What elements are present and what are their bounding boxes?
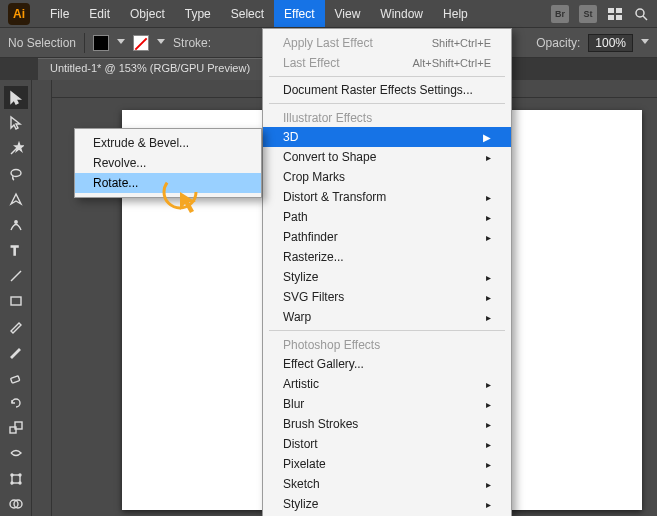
search-icon[interactable]: [633, 6, 649, 22]
menu-rasterize[interactable]: Rasterize...: [263, 247, 511, 267]
workspace-switcher-icon[interactable]: [607, 6, 623, 22]
app-logo: Ai: [8, 3, 30, 25]
svg-point-7: [11, 169, 21, 176]
menu-distort-transform[interactable]: Distort & Transform▸: [263, 187, 511, 207]
svg-text:T: T: [11, 244, 19, 258]
menu-3d[interactable]: 3D▶: [263, 127, 511, 147]
type-tool[interactable]: T: [4, 238, 28, 261]
menu-crop-marks[interactable]: Crop Marks: [263, 167, 511, 187]
fill-dropdown-icon[interactable]: [117, 39, 125, 47]
menu-brush-strokes[interactable]: Brush Strokes▸: [263, 414, 511, 434]
menu-last-effect[interactable]: Last EffectAlt+Shift+Ctrl+E: [263, 53, 511, 73]
menu-svg-filters[interactable]: SVG Filters▸: [263, 287, 511, 307]
menu-sketch[interactable]: Sketch▸: [263, 474, 511, 494]
bridge-icon[interactable]: Br: [551, 5, 569, 23]
svg-point-4: [636, 9, 644, 17]
paintbrush-tool[interactable]: [4, 315, 28, 338]
menu-stylize-ps[interactable]: Stylize▸: [263, 494, 511, 514]
svg-point-18: [11, 482, 13, 484]
submenu-extrude-bevel[interactable]: Extrude & Bevel...: [75, 133, 261, 153]
section-photoshop-effects: Photoshop Effects: [263, 334, 511, 354]
opacity-label: Opacity:: [536, 36, 580, 50]
svg-rect-3: [616, 15, 622, 20]
svg-rect-0: [608, 8, 614, 13]
svg-point-19: [19, 482, 21, 484]
menu-blur[interactable]: Blur▸: [263, 394, 511, 414]
menu-pixelate[interactable]: Pixelate▸: [263, 454, 511, 474]
svg-line-10: [11, 271, 21, 281]
selection-status: No Selection: [8, 36, 76, 50]
menu-apply-last-effect[interactable]: Apply Last EffectShift+Ctrl+E: [263, 33, 511, 53]
svg-line-5: [643, 16, 647, 20]
svg-rect-1: [616, 8, 622, 13]
menubar: Ai File Edit Object Type Select Effect V…: [0, 0, 657, 28]
stock-icon[interactable]: St: [579, 5, 597, 23]
menu-view[interactable]: View: [325, 0, 371, 27]
menu-path[interactable]: Path▸: [263, 207, 511, 227]
opacity-value[interactable]: 100%: [588, 34, 633, 52]
menu-pathfinder[interactable]: Pathfinder▸: [263, 227, 511, 247]
menu-effect[interactable]: Effect: [274, 0, 324, 27]
svg-rect-12: [10, 376, 19, 383]
fill-swatch[interactable]: [93, 35, 109, 51]
svg-point-8: [14, 221, 16, 223]
pen-tool[interactable]: [4, 188, 28, 211]
menu-stylize-ai[interactable]: Stylize▸: [263, 267, 511, 287]
magic-wand-tool[interactable]: [4, 137, 28, 160]
menu-help[interactable]: Help: [433, 0, 478, 27]
section-illustrator-effects: Illustrator Effects: [263, 107, 511, 127]
submenu-revolve[interactable]: Revolve...: [75, 153, 261, 173]
submenu-rotate[interactable]: Rotate...: [75, 173, 261, 193]
svg-point-17: [19, 474, 21, 476]
shape-builder-tool[interactable]: [4, 493, 28, 516]
submenu-3d: Extrude & Bevel... Revolve... Rotate...: [74, 128, 262, 198]
line-tool[interactable]: [4, 264, 28, 287]
stroke-dropdown-icon[interactable]: [157, 39, 165, 47]
menu-type[interactable]: Type: [175, 0, 221, 27]
svg-rect-2: [608, 15, 614, 20]
pencil-tool[interactable]: [4, 340, 28, 363]
opacity-dropdown-icon[interactable]: [641, 39, 649, 47]
rectangle-tool[interactable]: [4, 289, 28, 312]
menu-artistic[interactable]: Artistic▸: [263, 374, 511, 394]
menu-warp[interactable]: Warp▸: [263, 307, 511, 327]
tools-panel: T: [0, 80, 32, 516]
free-transform-tool[interactable]: [4, 467, 28, 490]
effect-menu: Apply Last EffectShift+Ctrl+E Last Effec…: [262, 28, 512, 516]
stroke-swatch[interactable]: [133, 35, 149, 51]
stroke-label: Stroke:: [173, 36, 211, 50]
curvature-tool[interactable]: [4, 213, 28, 236]
direct-selection-tool[interactable]: [4, 111, 28, 134]
menu-edit[interactable]: Edit: [79, 0, 120, 27]
scale-tool[interactable]: [4, 416, 28, 439]
selection-tool[interactable]: [4, 86, 28, 109]
document-tab[interactable]: Untitled-1* @ 153% (RGB/GPU Preview): [38, 58, 262, 80]
eraser-tool[interactable]: [4, 365, 28, 388]
menu-effect-gallery[interactable]: Effect Gallery...: [263, 354, 511, 374]
menu-window[interactable]: Window: [370, 0, 433, 27]
menu-raster-settings[interactable]: Document Raster Effects Settings...: [263, 80, 511, 100]
svg-point-16: [11, 474, 13, 476]
rotate-tool[interactable]: [4, 391, 28, 414]
menu-convert-to-shape[interactable]: Convert to Shape▸: [263, 147, 511, 167]
width-tool[interactable]: [4, 442, 28, 465]
ruler-vertical: [32, 80, 52, 516]
menu-object[interactable]: Object: [120, 0, 175, 27]
menu-distort-ps[interactable]: Distort▸: [263, 434, 511, 454]
lasso-tool[interactable]: [4, 162, 28, 185]
svg-rect-11: [11, 297, 21, 305]
menu-select[interactable]: Select: [221, 0, 274, 27]
menu-file[interactable]: File: [40, 0, 79, 27]
